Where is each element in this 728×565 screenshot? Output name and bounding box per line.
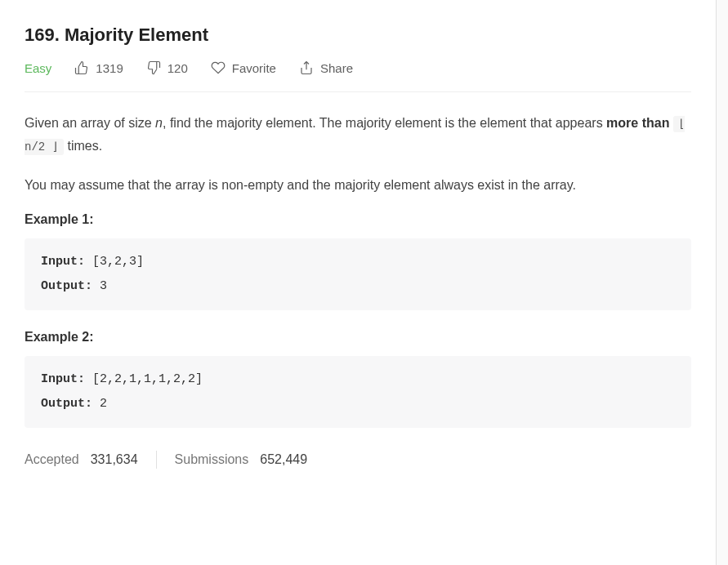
dislike-count: 120: [167, 61, 188, 75]
favorite-label: Favorite: [232, 61, 276, 75]
problem-description: Given an array of size n, find the major…: [25, 112, 691, 428]
description-paragraph: Given an array of size n, find the major…: [25, 112, 691, 158]
thumbs-down-icon: [146, 60, 161, 75]
problem-panel: 169. Majority Element Easy 1319 120 Favo…: [0, 0, 717, 565]
stats-row: Accepted 331,634 Submissions 652,449: [25, 451, 691, 469]
example-code-block: Input: [3,2,3] Output: 3: [25, 238, 691, 310]
share-button[interactable]: Share: [299, 60, 353, 75]
meta-row: Easy 1319 120 Favorite Share: [25, 60, 691, 92]
problem-title: 169. Majority Element: [25, 24, 691, 46]
example-code-block: Input: [2,2,1,1,1,2,2] Output: 2: [25, 356, 691, 428]
like-count: 1319: [96, 61, 123, 75]
thumbs-up-icon: [74, 60, 89, 75]
dislike-button[interactable]: 120: [146, 60, 188, 75]
like-button[interactable]: 1319: [74, 60, 123, 75]
share-icon: [299, 60, 314, 75]
heart-icon: [211, 60, 226, 75]
submissions-label: Submissions: [175, 452, 249, 467]
example-label: Example 2:: [25, 330, 691, 345]
description-paragraph: You may assume that the array is non-emp…: [25, 174, 691, 196]
divider: [156, 451, 157, 469]
example-label: Example 1:: [25, 212, 691, 227]
difficulty-badge: Easy: [25, 61, 51, 75]
submissions-value: 652,449: [260, 452, 307, 467]
accepted-value: 331,634: [91, 452, 138, 467]
favorite-button[interactable]: Favorite: [211, 60, 276, 75]
accepted-label: Accepted: [25, 452, 79, 467]
share-label: Share: [320, 61, 353, 75]
